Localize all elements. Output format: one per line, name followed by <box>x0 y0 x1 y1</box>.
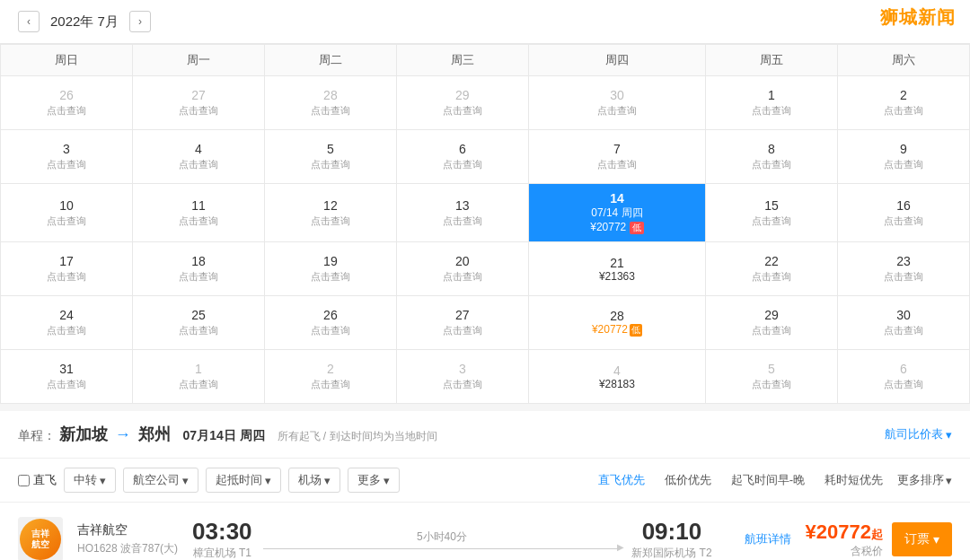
sort-depart-time[interactable]: 起飞时间早-晚 <box>726 468 810 492</box>
transfer-label: 中转 <box>74 472 97 488</box>
calendar-cell[interactable]: 18 点击查询 <box>132 242 264 296</box>
arrive-time: 09:10 <box>642 518 702 545</box>
airline-info: 吉祥航空 HO1628 波音787(大) <box>77 522 178 556</box>
calendar-cell[interactable]: 24 点击查询 <box>1 296 133 350</box>
day-number: 25 <box>133 308 264 322</box>
calendar-cell[interactable]: 3 点击查询 <box>1 130 133 184</box>
direct-checkbox-input[interactable] <box>18 475 30 486</box>
time-filter-button[interactable]: 起抵时间 ▾ <box>206 468 281 493</box>
calendar-cell[interactable]: 29 点击查询 <box>396 76 528 130</box>
calendar-weekday-row: 周日 周一 周二 周三 周四 周五 周六 <box>1 45 970 76</box>
day-number: 13 <box>397 198 528 213</box>
day-sub: 点击查询 <box>1 214 132 228</box>
direct-label: 直飞 <box>33 472 57 488</box>
calendar-cell[interactable]: 6 点击查询 <box>837 350 969 404</box>
depart-time-block: 03:30 樟宜机场 T1 <box>192 518 252 560</box>
calendar-cell[interactable]: 26 点击查询 <box>264 296 396 350</box>
day-number: 10 <box>1 198 132 213</box>
day-number: 30 <box>838 308 969 322</box>
calendar-cell[interactable]: 23 点击查询 <box>837 242 969 296</box>
calendar-cell[interactable]: 2 点击查询 <box>837 76 969 130</box>
chevron-down-icon-book: ▾ <box>933 532 939 547</box>
day-number: 29 <box>706 308 837 322</box>
day-sub: 点击查询 <box>1 324 132 337</box>
calendar-cell[interactable]: 13 点击查询 <box>396 184 528 242</box>
day-sub: 点击查询 <box>1 158 132 171</box>
low-badge: 低 <box>630 222 644 234</box>
calendar-cell[interactable]: 25 点击查询 <box>132 296 264 350</box>
calendar-cell[interactable]: 14 07/14 周四 ¥20772 低 <box>528 184 705 242</box>
sort-direct-priority[interactable]: 直飞优先 <box>593 468 650 492</box>
direct-checkbox[interactable]: 直飞 <box>18 472 57 488</box>
day-sub: 点击查询 <box>133 104 264 118</box>
calendar-cell[interactable]: 5 点击查询 <box>264 130 396 184</box>
day-number: 6 <box>397 142 528 156</box>
calendar-cell[interactable]: 19 点击查询 <box>264 242 396 296</box>
calendar-cell[interactable]: 9 点击查询 <box>837 130 969 184</box>
flight-detail-button[interactable]: 航班详情 <box>745 531 791 547</box>
calendar-cell[interactable]: 28 ¥20772低 <box>528 296 705 350</box>
calendar-cell[interactable]: 28 点击查询 <box>264 76 396 130</box>
calendar-cell[interactable]: 30 点击查询 <box>837 296 969 350</box>
book-button[interactable]: 订票 ▾ <box>892 522 952 556</box>
calendar-cell[interactable]: 26 点击查询 <box>1 76 133 130</box>
transfer-filter-button[interactable]: 中转 ▾ <box>64 468 116 493</box>
flight-price: ¥20772起 <box>806 521 883 543</box>
calendar-cell[interactable]: 5 点击查询 <box>706 350 838 404</box>
calendar-cell[interactable]: 20 点击查询 <box>396 242 528 296</box>
calendar-cell[interactable]: 7 点击查询 <box>528 130 705 184</box>
calendar-cell[interactable]: 15 点击查询 <box>706 184 838 242</box>
prev-month-button[interactable]: ‹ <box>18 11 40 32</box>
calendar-cell[interactable]: 12 点击查询 <box>264 184 396 242</box>
calendar-cell[interactable]: 27 点击查询 <box>396 296 528 350</box>
calendar-cell[interactable]: 8 点击查询 <box>706 130 838 184</box>
day-number: 21 <box>529 256 705 270</box>
day-sub: 点击查询 <box>706 104 837 118</box>
calendar-cell[interactable]: 4 点击查询 <box>132 130 264 184</box>
airport-filter-button[interactable]: 机场 ▾ <box>288 468 340 493</box>
sort-low-price[interactable]: 低价优先 <box>659 468 717 492</box>
weekday-tue: 周二 <box>264 45 396 76</box>
day-number: 19 <box>265 254 396 268</box>
compare-button[interactable]: 航司比价表 ▾ <box>885 426 952 442</box>
airline-filter-button[interactable]: 航空公司 ▾ <box>123 468 198 493</box>
calendar-cell[interactable]: 6 点击查询 <box>396 130 528 184</box>
sort-more[interactable]: 更多排序 ▾ <box>897 472 952 488</box>
next-month-button[interactable]: › <box>129 11 151 32</box>
route-note: 所有起飞 / 到达时间均为当地时间 <box>278 430 437 442</box>
sort-section: 直飞优先 低价优先 起飞时间早-晚 耗时短优先 更多排序 ▾ <box>593 468 952 492</box>
chevron-down-icon-airline: ▾ <box>182 474 189 487</box>
day-number: 7 <box>529 142 705 156</box>
calendar-cell[interactable]: 22 点击查询 <box>706 242 838 296</box>
day-price: ¥20772 低 <box>529 221 705 234</box>
calendar-cell[interactable]: 1 点击查询 <box>706 76 838 130</box>
day-sub: 点击查询 <box>706 270 837 284</box>
calendar-cell[interactable]: 17 点击查询 <box>1 242 133 296</box>
day-sub: 点击查询 <box>838 324 969 337</box>
calendar-cell[interactable]: 2 点击查询 <box>264 350 396 404</box>
calendar-cell[interactable]: 11 点击查询 <box>132 184 264 242</box>
more-filter-button[interactable]: 更多 ▾ <box>348 468 400 493</box>
calendar-cell[interactable]: 4 ¥28183 <box>528 350 705 404</box>
calendar-cell[interactable]: 21 ¥21363 <box>528 242 705 296</box>
day-sub: 点击查询 <box>397 270 528 284</box>
day-sub: 点击查询 <box>397 378 528 391</box>
main-container: ‹ 2022年 7月 › 狮城新闻 周日 周一 周二 周三 周四 周五 周六 2… <box>0 0 970 560</box>
calendar-cell[interactable]: 29 点击查询 <box>706 296 838 350</box>
sort-duration[interactable]: 耗时短优先 <box>819 468 888 492</box>
day-number: 29 <box>397 88 528 102</box>
calendar-cell[interactable]: 16 点击查询 <box>837 184 969 242</box>
cal-month: 7月 <box>98 13 119 29</box>
day-number: 18 <box>133 254 264 268</box>
day-number: 2 <box>265 362 396 376</box>
day-number: 30 <box>529 88 705 102</box>
day-sub: 点击查询 <box>265 378 396 391</box>
calendar-cell[interactable]: 3 点击查询 <box>396 350 528 404</box>
calendar-cell[interactable]: 31 点击查询 <box>1 350 133 404</box>
calendar-cell[interactable]: 10 点击查询 <box>1 184 133 242</box>
calendar-cell[interactable]: 30 点击查询 <box>528 76 705 130</box>
calendar-cell[interactable]: 1 点击查询 <box>132 350 264 404</box>
calendar-cell[interactable]: 27 点击查询 <box>132 76 264 130</box>
more-filter-label: 更多 <box>357 472 381 488</box>
day-sub: 点击查询 <box>133 214 264 228</box>
